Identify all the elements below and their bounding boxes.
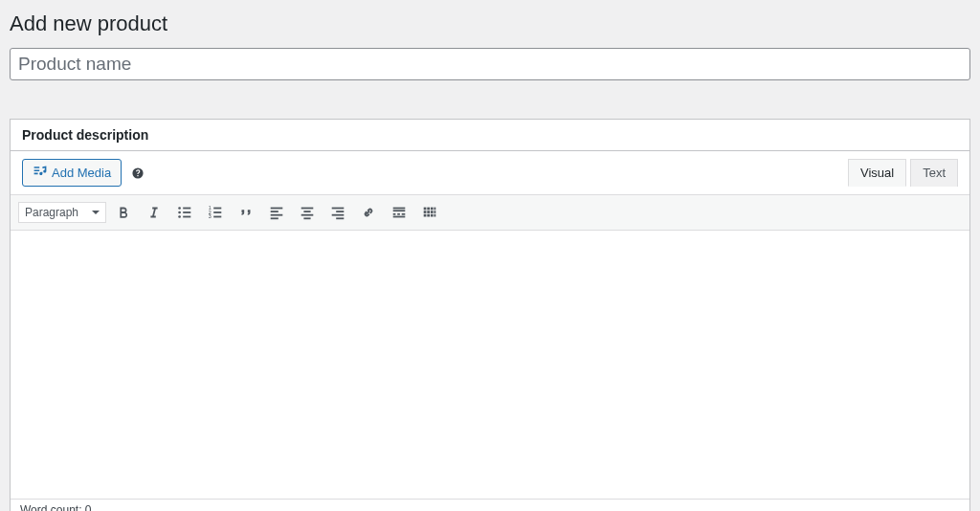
svg-rect-39 xyxy=(427,214,430,217)
svg-rect-17 xyxy=(303,211,310,212)
svg-rect-27 xyxy=(397,213,400,215)
svg-rect-38 xyxy=(424,214,427,217)
word-count-value: 0 xyxy=(85,503,92,511)
svg-point-4 xyxy=(178,215,181,218)
insert-link-button[interactable] xyxy=(355,199,382,226)
svg-rect-3 xyxy=(183,211,190,213)
svg-rect-23 xyxy=(336,217,344,219)
word-count-label: Word count: xyxy=(20,503,81,511)
help-icon[interactable] xyxy=(131,167,145,180)
svg-rect-22 xyxy=(332,214,345,216)
bold-button[interactable] xyxy=(110,199,137,226)
product-name-input[interactable] xyxy=(10,48,970,80)
svg-rect-18 xyxy=(301,214,314,216)
svg-rect-14 xyxy=(271,214,283,216)
insert-readmore-button[interactable] xyxy=(386,199,412,226)
svg-rect-26 xyxy=(393,213,396,215)
svg-rect-37 xyxy=(434,211,436,213)
metabox-title: Product description xyxy=(11,120,969,151)
svg-rect-5 xyxy=(183,216,190,218)
svg-text:3: 3 xyxy=(209,213,212,219)
svg-rect-40 xyxy=(431,214,434,217)
svg-rect-19 xyxy=(303,217,310,219)
editor-toolbar: Paragraph 123 xyxy=(11,194,969,231)
svg-rect-36 xyxy=(431,211,434,213)
svg-rect-21 xyxy=(336,211,344,212)
product-description-metabox: Product description Add Media Visual Tex… xyxy=(10,119,970,511)
svg-rect-30 xyxy=(424,208,427,211)
svg-rect-28 xyxy=(402,213,406,215)
svg-rect-24 xyxy=(393,208,406,210)
bullet-list-button[interactable] xyxy=(171,199,198,226)
tab-visual[interactable]: Visual xyxy=(848,159,906,187)
svg-rect-16 xyxy=(301,208,314,210)
svg-rect-12 xyxy=(271,208,283,210)
align-center-button[interactable] xyxy=(294,199,321,226)
svg-rect-29 xyxy=(393,216,406,218)
add-media-label: Add Media xyxy=(52,166,111,180)
editor-footer: Word count: 0 xyxy=(11,499,969,511)
svg-rect-41 xyxy=(434,214,436,217)
italic-button[interactable] xyxy=(141,199,167,226)
tab-text[interactable]: Text xyxy=(910,159,958,187)
page-title: Add new product xyxy=(10,11,970,36)
align-right-button[interactable] xyxy=(324,199,351,226)
align-left-button[interactable] xyxy=(263,199,290,226)
svg-point-2 xyxy=(178,211,181,214)
numbered-list-button[interactable]: 123 xyxy=(202,199,229,226)
svg-point-0 xyxy=(178,207,181,210)
svg-rect-20 xyxy=(332,208,345,210)
format-select[interactable]: Paragraph xyxy=(18,202,106,223)
svg-rect-35 xyxy=(427,211,430,213)
add-media-button[interactable]: Add Media xyxy=(22,159,122,187)
svg-rect-7 xyxy=(213,208,221,210)
svg-rect-31 xyxy=(427,208,430,211)
editor-top-row: Add Media Visual Text xyxy=(11,151,969,194)
svg-rect-33 xyxy=(434,208,436,211)
editor-content-area[interactable] xyxy=(11,231,969,499)
svg-rect-34 xyxy=(424,211,427,213)
svg-rect-11 xyxy=(213,216,221,218)
camera-music-icon xyxy=(33,164,48,182)
editor-mode-tabs: Visual Text xyxy=(844,159,958,187)
svg-rect-32 xyxy=(431,208,434,211)
svg-rect-13 xyxy=(271,211,278,212)
svg-rect-25 xyxy=(393,210,406,211)
toolbar-toggle-button[interactable] xyxy=(416,199,443,226)
svg-rect-9 xyxy=(213,211,221,213)
svg-rect-1 xyxy=(183,208,190,210)
svg-rect-15 xyxy=(271,217,278,219)
blockquote-button[interactable] xyxy=(233,199,259,226)
